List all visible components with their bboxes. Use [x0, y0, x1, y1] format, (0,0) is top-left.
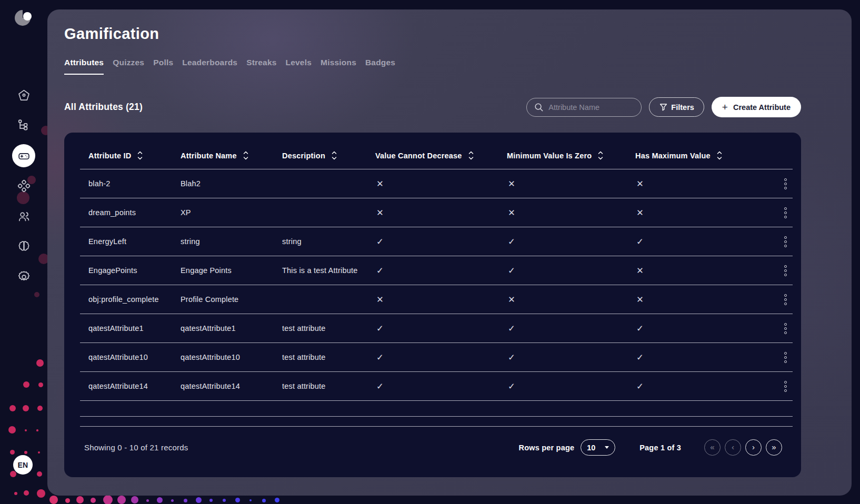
search-field[interactable] — [526, 98, 642, 117]
rows-per-page-value: 10 — [587, 443, 595, 452]
cell-minimum_value_is_zero-cross-icon: ✕ — [507, 295, 635, 305]
cell-has_maximum_value-cross-icon: ✕ — [635, 208, 778, 218]
search-icon — [534, 103, 544, 112]
sidebar-item-home[interactable] — [12, 84, 35, 107]
cell-description: test attribute — [282, 324, 375, 332]
sidebar-item-gamification[interactable] — [12, 144, 35, 167]
toolbar: All Attributes (21) Filters + Create Att… — [64, 97, 801, 117]
sort-icon[interactable] — [332, 151, 337, 160]
create-attribute-button[interactable]: + Create Attribute — [712, 97, 801, 117]
app-root: Gamification AttributesQuizzesPollsLeade… — [0, 0, 860, 504]
cell-value_cannot_decrease-check-icon: ✓ — [375, 237, 507, 247]
filters-button[interactable]: Filters — [649, 97, 704, 117]
tab-quizzes[interactable]: Quizzes — [113, 58, 144, 75]
sidebar-item-modules[interactable] — [12, 175, 35, 198]
pagination-controls: «‹›» — [704, 439, 782, 456]
sidebar-item-brain[interactable] — [12, 235, 35, 258]
cell-attribute_id: EnergyLeft — [88, 237, 181, 246]
cell-value_cannot_decrease-cross-icon: ✕ — [375, 179, 507, 189]
cell-has_maximum_value-check-icon: ✓ — [635, 381, 778, 391]
tab-bar: AttributesQuizzesPollsLeaderboardsStreak… — [64, 58, 395, 75]
cell-attribute_id: qatestAttribute10 — [88, 353, 181, 361]
prev-page-button[interactable]: ‹ — [725, 439, 741, 456]
cell-attribute_id: qatestAttribute14 — [88, 382, 181, 390]
last-page-button[interactable]: » — [766, 439, 782, 456]
rows-per-page-select[interactable]: 10 — [581, 439, 615, 456]
cell-value_cannot_decrease-check-icon: ✓ — [375, 324, 507, 334]
sort-icon[interactable] — [598, 151, 603, 160]
table-row: obj:profile_completeProfile Complete✕✕✕ — [80, 285, 793, 314]
row-menu-button[interactable] — [778, 263, 793, 278]
sort-icon[interactable] — [468, 151, 474, 160]
records-summary: Showing 0 - 10 of 21 records — [84, 443, 188, 452]
cell-attribute_id: blah-2 — [88, 179, 181, 188]
table-footer: Showing 0 - 10 of 21 records Rows per pa… — [64, 427, 801, 456]
section-title: All Attributes (21) — [64, 102, 143, 113]
cell-has_maximum_value-cross-icon: ✕ — [635, 295, 778, 305]
sidebar-item-users[interactable] — [12, 205, 35, 228]
row-menu-button[interactable] — [778, 379, 793, 394]
cell-minimum_value_is_zero-check-icon: ✓ — [507, 352, 635, 362]
sort-icon[interactable] — [243, 151, 248, 160]
cell-attribute_name: qatestAttribute1 — [181, 324, 282, 332]
search-input[interactable] — [548, 103, 634, 112]
cell-attribute_name: XP — [181, 208, 282, 217]
tab-levels[interactable]: Levels — [286, 58, 312, 75]
tab-missions[interactable]: Missions — [321, 58, 356, 75]
clipped-row — [80, 401, 793, 417]
cell-attribute_id: qatestAttribute1 — [88, 324, 181, 332]
row-menu-button[interactable] — [778, 292, 793, 307]
cell-minimum_value_is_zero-cross-icon: ✕ — [507, 208, 635, 218]
cell-has_maximum_value-cross-icon: ✕ — [635, 266, 778, 276]
column-header-minimum-value-is-zero: Minimum Value Is Zero — [507, 151, 635, 160]
gamepad-icon — [17, 149, 31, 163]
cell-minimum_value_is_zero-check-icon: ✓ — [507, 266, 635, 276]
table-row: qatestAttribute10qatestAttribute10test a… — [80, 343, 793, 372]
sort-icon[interactable] — [717, 151, 722, 160]
table-row: qatestAttribute14qatestAttribute14test a… — [80, 372, 793, 401]
cell-attribute_name: qatestAttribute14 — [181, 382, 282, 390]
language-badge[interactable]: EN — [13, 455, 33, 475]
cell-attribute_id: EngagePoints — [88, 266, 181, 275]
cell-minimum_value_is_zero-check-icon: ✓ — [507, 237, 635, 247]
page-title: Gamification — [64, 25, 159, 43]
tab-attributes[interactable]: Attributes — [64, 58, 104, 75]
cell-attribute_name: Blah2 — [181, 179, 282, 188]
next-page-button[interactable]: › — [745, 439, 762, 456]
row-menu-button[interactable] — [778, 321, 793, 336]
rows-per-page-label: Rows per page — [518, 443, 574, 452]
app-logo[interactable] — [13, 7, 33, 29]
cell-has_maximum_value-check-icon: ✓ — [635, 324, 778, 334]
dropdown-caret-icon — [605, 446, 609, 449]
column-header-has-maximum-value: Has Maximum Value — [635, 151, 778, 160]
logo-mark-icon — [13, 7, 33, 27]
sidebar-item-settings[interactable] — [12, 265, 35, 288]
cell-minimum_value_is_zero-check-icon: ✓ — [507, 381, 635, 391]
row-menu-button[interactable] — [778, 205, 793, 220]
cell-has_maximum_value-check-icon: ✓ — [635, 237, 778, 247]
filters-label: Filters — [671, 103, 694, 112]
row-menu-button[interactable] — [778, 234, 793, 249]
cell-attribute_name: Engage Points — [181, 266, 282, 275]
plus-icon: + — [722, 102, 728, 112]
cell-minimum_value_is_zero-cross-icon: ✕ — [507, 179, 635, 189]
row-menu-button[interactable] — [778, 350, 793, 365]
sidebar-item-workflow[interactable] — [12, 114, 35, 137]
cell-attribute_id: dream_points — [88, 208, 181, 217]
cell-description: string — [282, 237, 375, 246]
column-header-attribute-name: Attribute Name — [181, 151, 282, 160]
filter-funnel-icon — [659, 103, 668, 112]
cell-description: test attribute — [282, 382, 375, 390]
create-attribute-label: Create Attribute — [733, 103, 791, 112]
tab-polls[interactable]: Polls — [153, 58, 173, 75]
first-page-button[interactable]: « — [704, 439, 721, 456]
row-menu-button[interactable] — [778, 176, 793, 191]
workflow-icon — [17, 118, 31, 133]
modules-icon — [17, 179, 31, 193]
tab-badges[interactable]: Badges — [365, 58, 395, 75]
sidebar: EN — [0, 0, 47, 504]
tab-streaks[interactable]: Streaks — [246, 58, 276, 75]
tab-leaderboards[interactable]: Leaderboards — [182, 58, 237, 75]
sort-icon[interactable] — [137, 151, 143, 160]
main-panel: Gamification AttributesQuizzesPollsLeade… — [47, 9, 852, 496]
